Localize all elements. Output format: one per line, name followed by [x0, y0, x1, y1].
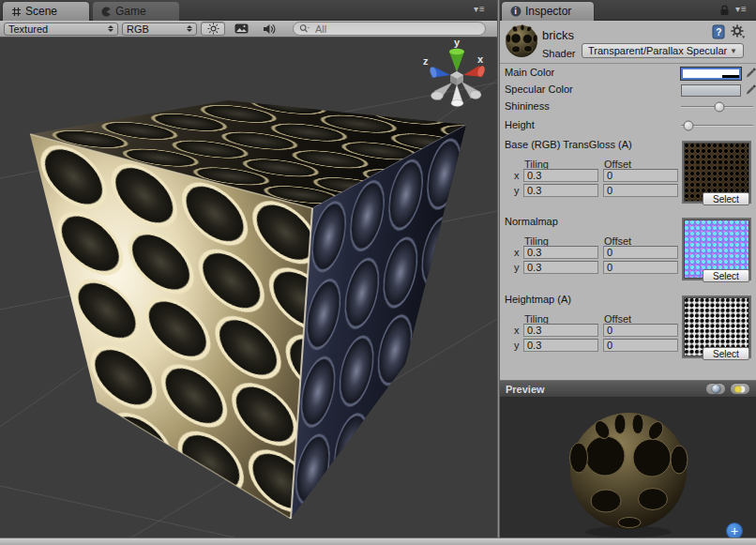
x-axis-label: x	[514, 247, 520, 258]
svg-text:i: i	[515, 7, 517, 16]
shader-value: Transparent/Parallax Specular	[588, 45, 727, 56]
scene-lighting-toggle[interactable]	[201, 22, 225, 36]
lights-icon	[733, 385, 747, 394]
speaker-icon	[263, 23, 276, 35]
inspector-tabstrip: i Inspector ▾≡	[500, 0, 756, 21]
gizmo-center-cube[interactable]	[450, 71, 463, 85]
scene-pane: Scene Game ▾≡ Textured RGB	[0, 0, 497, 537]
heightmap-offset-x-field[interactable]	[603, 324, 678, 337]
material-name: bricks	[542, 28, 574, 42]
shininess-slider[interactable]	[681, 99, 753, 114]
shader-label: Shader	[542, 48, 575, 59]
gizmo-x-label: x	[477, 53, 484, 65]
updown-arrows-icon	[187, 25, 192, 32]
scene-audio-toggle[interactable]	[257, 22, 281, 36]
x-axis-label: x	[514, 170, 520, 181]
specular-color-label: Specular Color	[505, 83, 573, 95]
main-color-label: Main Color	[505, 67, 554, 78]
preview-lighting-button[interactable]	[730, 383, 750, 395]
inspector-pane-menu-icon[interactable]: ▾≡	[735, 4, 748, 14]
tab-game-label: Game	[115, 5, 146, 18]
shader-dropdown[interactable]: Transparent/Parallax Specular ▼	[582, 43, 744, 58]
specular-color-row: Specular Color	[500, 83, 756, 98]
status-bar	[0, 537, 756, 545]
heightmap-tiling-y-field[interactable]	[523, 339, 598, 352]
preview-title: Preview	[506, 384, 545, 395]
normalmap-select-button[interactable]: Select	[703, 269, 749, 282]
height-slider-handle[interactable]	[684, 121, 694, 131]
sun-icon	[207, 23, 219, 35]
scene-viewport[interactable]: y x z	[0, 38, 497, 537]
gizmo-z-label: z	[423, 55, 429, 67]
shininess-row: Shininess	[500, 99, 756, 114]
normalmap-tiling-y-field[interactable]	[523, 261, 598, 274]
gizmo-negative-cones	[431, 82, 482, 107]
main-color-row: Main Color	[500, 66, 756, 81]
grid-icon	[11, 7, 22, 17]
eyedropper-icon[interactable]	[745, 83, 756, 97]
heightmap-select-button[interactable]: Select	[703, 347, 749, 360]
chevron-down-icon: ▼	[730, 47, 737, 55]
normalmap-offset-y-field[interactable]	[603, 261, 678, 274]
y-axis-label: y	[514, 340, 520, 351]
section-title: Heightmap (A)	[505, 294, 571, 305]
lock-icon[interactable]	[719, 5, 730, 16]
section-title: Base (RGB) TransGloss (A)	[505, 139, 632, 150]
normalmap-offset-x-field[interactable]	[603, 246, 678, 259]
scene-3d-render: y x z	[0, 38, 497, 537]
heightmap-tiling-x-field[interactable]	[523, 324, 598, 337]
gear-icon[interactable]	[731, 24, 746, 39]
game-icon	[101, 7, 112, 17]
x-axis-label: x	[514, 325, 520, 336]
scene-cube[interactable]	[30, 100, 466, 519]
base-tiling-x-field[interactable]	[523, 169, 598, 182]
sphere-icon	[711, 384, 721, 394]
gizmo-z-axis[interactable]: z	[423, 55, 450, 79]
color-channel-value: RGB	[127, 23, 181, 35]
gizmo-y-label: y	[454, 38, 461, 48]
preview-viewport[interactable]: +	[500, 398, 756, 537]
scene-fx-toggle[interactable]	[229, 22, 253, 36]
svg-text:?: ?	[716, 27, 721, 38]
unity-editor-window: Scene Game ▾≡ Textured RGB	[0, 0, 756, 545]
y-axis-label: y	[514, 185, 520, 196]
eyedropper-icon[interactable]	[745, 67, 756, 80]
orientation-gizmo[interactable]: y x z	[423, 38, 486, 107]
material-header: bricks Shader Transparent/Parallax Specu…	[500, 21, 756, 64]
tab-scene-label: Scene	[25, 5, 57, 18]
base-offset-y-field[interactable]	[603, 184, 678, 197]
heightmap-offset-y-field[interactable]	[603, 339, 678, 352]
help-icon[interactable]: ?	[712, 24, 726, 39]
section-title: Normalmap	[505, 216, 558, 227]
y-axis-label: y	[514, 262, 520, 273]
shininess-label: Shininess	[505, 100, 550, 112]
height-label: Height	[505, 119, 535, 130]
base-texture-select-button[interactable]: Select	[703, 192, 749, 205]
shininess-slider-handle[interactable]	[714, 102, 724, 113]
base-offset-x-field[interactable]	[603, 169, 678, 182]
render-mode-dropdown[interactable]: Textured	[4, 23, 118, 36]
gizmo-x-axis[interactable]: x	[463, 53, 486, 78]
normalmap-section: Normalmap Tiling Offset x y Select	[500, 216, 756, 294]
scene-search-input[interactable]	[313, 23, 479, 36]
preview-header[interactable]: Preview	[500, 380, 756, 398]
scene-pane-menu-icon[interactable]: ▾≡	[474, 4, 486, 14]
normalmap-tiling-x-field[interactable]	[523, 246, 598, 259]
updown-arrows-icon	[108, 25, 113, 32]
scene-toolbar: Textured RGB	[0, 21, 497, 38]
preview-shape-button[interactable]	[705, 383, 726, 395]
tab-inspector[interactable]: i Inspector	[502, 2, 594, 21]
height-row: Height	[500, 118, 756, 133]
scene-search[interactable]	[293, 22, 486, 36]
tab-inspector-label: Inspector	[525, 5, 571, 18]
base-tiling-y-field[interactable]	[523, 184, 598, 197]
specular-color-swatch[interactable]	[681, 84, 741, 97]
height-slider[interactable]	[681, 118, 753, 133]
search-icon	[299, 23, 310, 34]
color-channel-dropdown[interactable]: RGB	[122, 23, 197, 36]
main-color-swatch[interactable]	[681, 68, 741, 80]
gizmo-y-axis[interactable]: y	[449, 38, 464, 72]
tab-scene[interactable]: Scene	[3, 2, 89, 21]
material-preview-sphere	[500, 398, 756, 537]
tab-game[interactable]: Game	[93, 2, 179, 21]
